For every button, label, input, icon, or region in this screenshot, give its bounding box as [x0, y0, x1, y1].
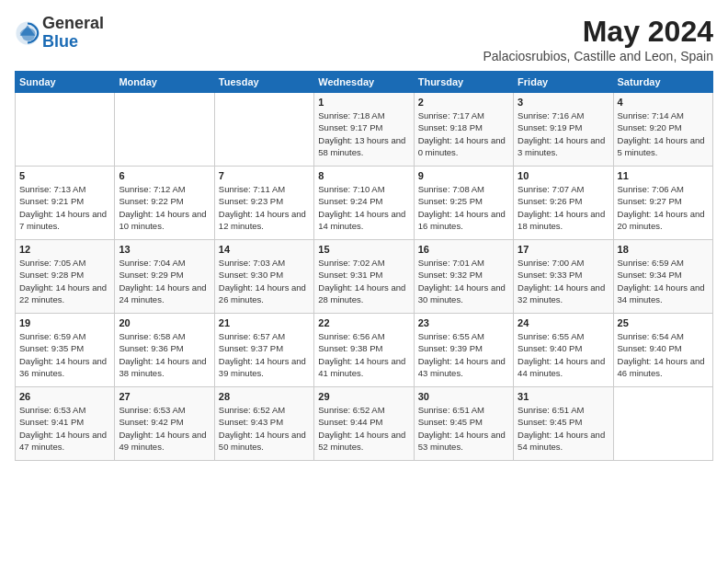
calendar-cell: 9Sunrise: 7:08 AMSunset: 9:25 PMDaylight… — [414, 167, 513, 240]
day-number: 8 — [318, 170, 409, 181]
calendar-cell — [214, 93, 313, 167]
day-header-monday: Monday — [115, 72, 214, 93]
calendar-cell: 3Sunrise: 7:16 AMSunset: 9:19 PMDaylight… — [514, 93, 613, 167]
day-number: 2 — [418, 97, 509, 108]
day-number: 16 — [418, 244, 509, 255]
day-info: Sunrise: 6:59 AMSunset: 9:34 PMDaylight:… — [618, 257, 709, 305]
calendar-cell: 30Sunrise: 6:51 AMSunset: 9:45 PMDayligh… — [414, 387, 513, 461]
day-number: 1 — [318, 97, 409, 108]
calendar-week-5: 26Sunrise: 6:53 AMSunset: 9:41 PMDayligh… — [16, 387, 713, 461]
logo-blue: Blue — [42, 32, 78, 51]
day-number: 30 — [418, 391, 509, 402]
day-info: Sunrise: 6:52 AMSunset: 9:44 PMDaylight:… — [318, 404, 409, 453]
day-info: Sunrise: 6:56 AMSunset: 9:38 PMDaylight:… — [318, 330, 409, 379]
calendar-cell — [613, 387, 712, 461]
day-header-saturday: Saturday — [613, 72, 712, 93]
day-number: 19 — [19, 317, 110, 328]
calendar-cell: 11Sunrise: 7:06 AMSunset: 9:27 PMDayligh… — [613, 167, 712, 240]
day-number: 12 — [19, 244, 110, 255]
day-info: Sunrise: 6:55 AMSunset: 9:40 PMDaylight:… — [518, 330, 609, 379]
calendar-cell: 6Sunrise: 7:12 AMSunset: 9:22 PMDaylight… — [115, 167, 214, 240]
day-info: Sunrise: 7:04 AMSunset: 9:29 PMDaylight:… — [119, 257, 210, 305]
day-number: 17 — [518, 244, 609, 255]
day-info: Sunrise: 6:58 AMSunset: 9:36 PMDaylight:… — [119, 330, 210, 379]
day-number: 25 — [618, 317, 709, 328]
day-info: Sunrise: 6:52 AMSunset: 9:43 PMDaylight:… — [219, 404, 310, 453]
calendar-cell: 8Sunrise: 7:10 AMSunset: 9:24 PMDaylight… — [314, 167, 414, 240]
day-number: 14 — [219, 244, 310, 255]
day-number: 24 — [518, 317, 609, 328]
day-info: Sunrise: 7:00 AMSunset: 9:33 PMDaylight:… — [518, 257, 609, 305]
day-number: 13 — [119, 244, 210, 255]
day-info: Sunrise: 7:17 AMSunset: 9:18 PMDaylight:… — [418, 109, 509, 158]
calendar-week-3: 12Sunrise: 7:05 AMSunset: 9:28 PMDayligh… — [16, 240, 713, 314]
calendar-cell: 16Sunrise: 7:01 AMSunset: 9:32 PMDayligh… — [414, 240, 513, 314]
day-info: Sunrise: 7:02 AMSunset: 9:31 PMDaylight:… — [318, 257, 409, 305]
day-header-sunday: Sunday — [16, 72, 115, 93]
calendar-table: SundayMondayTuesdayWednesdayThursdayFrid… — [15, 71, 713, 461]
calendar-cell: 22Sunrise: 6:56 AMSunset: 9:38 PMDayligh… — [314, 314, 414, 387]
title-block: May 2024 Palaciosrubios, Castille and Le… — [483, 15, 713, 63]
calendar-week-2: 5Sunrise: 7:13 AMSunset: 9:21 PMDaylight… — [16, 167, 713, 240]
day-info: Sunrise: 7:01 AMSunset: 9:32 PMDaylight:… — [418, 257, 509, 305]
logo-icon — [15, 20, 40, 46]
day-number: 21 — [219, 317, 310, 328]
calendar-cell: 12Sunrise: 7:05 AMSunset: 9:28 PMDayligh… — [16, 240, 115, 314]
calendar-cell: 1Sunrise: 7:18 AMSunset: 9:17 PMDaylight… — [314, 93, 414, 167]
day-number: 3 — [518, 97, 609, 108]
calendar-cell: 13Sunrise: 7:04 AMSunset: 9:29 PMDayligh… — [115, 240, 214, 314]
day-number: 23 — [418, 317, 509, 328]
day-info: Sunrise: 6:57 AMSunset: 9:37 PMDaylight:… — [219, 330, 310, 379]
day-header-thursday: Thursday — [414, 72, 513, 93]
day-number: 4 — [618, 97, 709, 108]
calendar-cell: 21Sunrise: 6:57 AMSunset: 9:37 PMDayligh… — [214, 314, 313, 387]
day-info: Sunrise: 7:18 AMSunset: 9:17 PMDaylight:… — [318, 109, 409, 158]
calendar-cell: 31Sunrise: 6:51 AMSunset: 9:45 PMDayligh… — [514, 387, 613, 461]
day-info: Sunrise: 7:03 AMSunset: 9:30 PMDaylight:… — [219, 257, 310, 305]
day-info: Sunrise: 7:13 AMSunset: 9:21 PMDaylight:… — [19, 183, 110, 232]
day-info: Sunrise: 7:11 AMSunset: 9:23 PMDaylight:… — [219, 183, 310, 232]
calendar-week-1: 1Sunrise: 7:18 AMSunset: 9:17 PMDaylight… — [16, 93, 713, 167]
day-header-friday: Friday — [514, 72, 613, 93]
logo-general: General — [42, 14, 104, 32]
calendar-week-4: 19Sunrise: 6:59 AMSunset: 9:35 PMDayligh… — [16, 314, 713, 387]
calendar-cell: 20Sunrise: 6:58 AMSunset: 9:36 PMDayligh… — [115, 314, 214, 387]
day-info: Sunrise: 7:10 AMSunset: 9:24 PMDaylight:… — [318, 183, 409, 232]
day-number: 29 — [318, 391, 409, 402]
day-number: 31 — [518, 391, 609, 402]
day-info: Sunrise: 7:16 AMSunset: 9:19 PMDaylight:… — [518, 109, 609, 158]
calendar-cell: 24Sunrise: 6:55 AMSunset: 9:40 PMDayligh… — [514, 314, 613, 387]
day-number: 6 — [119, 170, 210, 181]
day-info: Sunrise: 6:55 AMSunset: 9:39 PMDaylight:… — [418, 330, 509, 379]
day-header-wednesday: Wednesday — [314, 72, 414, 93]
day-number: 11 — [618, 170, 709, 181]
calendar-cell: 26Sunrise: 6:53 AMSunset: 9:41 PMDayligh… — [16, 387, 115, 461]
day-info: Sunrise: 6:53 AMSunset: 9:41 PMDaylight:… — [19, 404, 110, 453]
day-number: 28 — [219, 391, 310, 402]
day-header-tuesday: Tuesday — [214, 72, 313, 93]
day-number: 7 — [219, 170, 310, 181]
calendar-cell: 4Sunrise: 7:14 AMSunset: 9:20 PMDaylight… — [613, 93, 712, 167]
page-header: General Blue May 2024 Palaciosrubios, Ca… — [15, 15, 713, 63]
day-info: Sunrise: 6:51 AMSunset: 9:45 PMDaylight:… — [418, 404, 509, 453]
day-info: Sunrise: 7:14 AMSunset: 9:20 PMDaylight:… — [618, 109, 709, 158]
day-number: 15 — [318, 244, 409, 255]
day-number: 26 — [19, 391, 110, 402]
calendar-cell: 27Sunrise: 6:53 AMSunset: 9:42 PMDayligh… — [115, 387, 214, 461]
calendar-cell: 19Sunrise: 6:59 AMSunset: 9:35 PMDayligh… — [16, 314, 115, 387]
logo-text: General Blue — [42, 15, 104, 52]
calendar-cell: 15Sunrise: 7:02 AMSunset: 9:31 PMDayligh… — [314, 240, 414, 314]
calendar-cell: 18Sunrise: 6:59 AMSunset: 9:34 PMDayligh… — [613, 240, 712, 314]
day-info: Sunrise: 6:51 AMSunset: 9:45 PMDaylight:… — [518, 404, 609, 453]
day-number: 20 — [119, 317, 210, 328]
calendar-cell: 17Sunrise: 7:00 AMSunset: 9:33 PMDayligh… — [514, 240, 613, 314]
day-info: Sunrise: 6:59 AMSunset: 9:35 PMDaylight:… — [19, 330, 110, 379]
calendar-cell: 7Sunrise: 7:11 AMSunset: 9:23 PMDaylight… — [214, 167, 313, 240]
calendar-cell: 5Sunrise: 7:13 AMSunset: 9:21 PMDaylight… — [16, 167, 115, 240]
day-number: 9 — [418, 170, 509, 181]
day-info: Sunrise: 7:05 AMSunset: 9:28 PMDaylight:… — [19, 257, 110, 305]
day-info: Sunrise: 7:06 AMSunset: 9:27 PMDaylight:… — [618, 183, 709, 232]
calendar-cell: 28Sunrise: 6:52 AMSunset: 9:43 PMDayligh… — [214, 387, 313, 461]
day-info: Sunrise: 6:53 AMSunset: 9:42 PMDaylight:… — [119, 404, 210, 453]
calendar-cell — [16, 93, 115, 167]
